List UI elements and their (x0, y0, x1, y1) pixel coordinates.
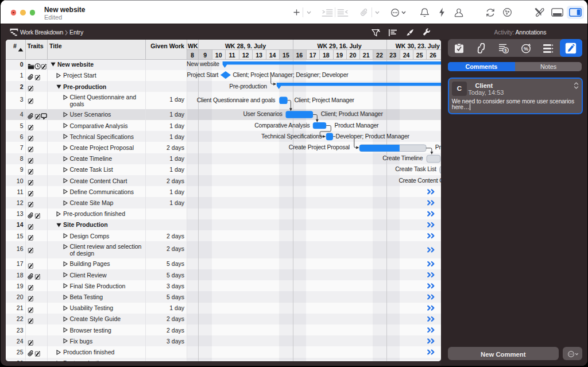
svg-text:$: $ (504, 48, 507, 53)
svg-text:%: % (524, 46, 528, 52)
